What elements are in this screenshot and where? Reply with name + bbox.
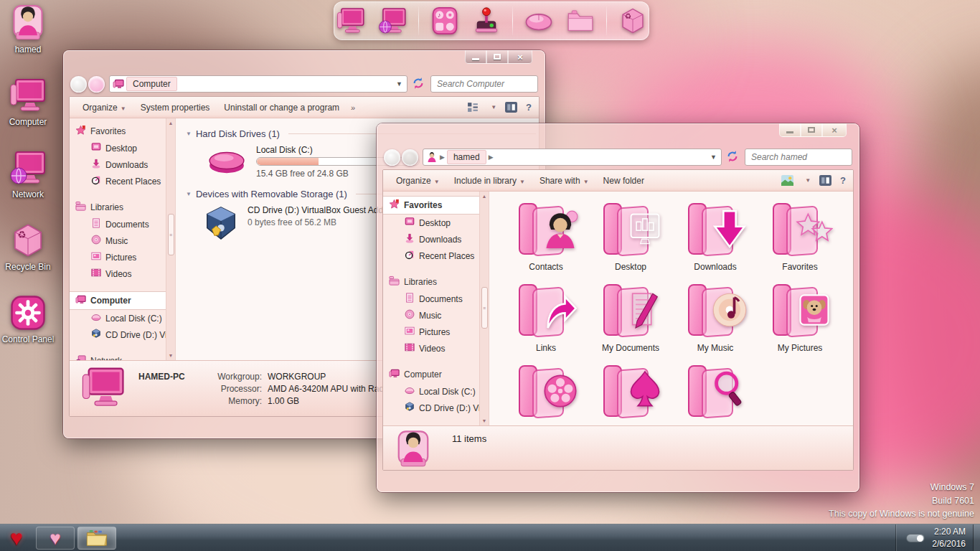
- preview-pane-button[interactable]: [819, 175, 831, 186]
- desktop-icon-network[interactable]: Network: [0, 149, 56, 199]
- folder-item-desktop[interactable]: Desktop: [588, 202, 673, 283]
- sidebar-group-favorites[interactable]: Favorites: [383, 196, 489, 215]
- sidebar-item-local-disk-c-[interactable]: Local Disk (C:): [70, 310, 175, 326]
- toolbar-button-new-folder[interactable]: New folder: [598, 173, 650, 189]
- sidebar-item-recent-places[interactable]: Recent Places: [70, 173, 175, 189]
- sidebar-group-network[interactable]: Network: [70, 352, 175, 360]
- toolbar-overflow-icon[interactable]: »: [348, 103, 358, 112]
- preview-pane-button[interactable]: [505, 102, 517, 113]
- search-input[interactable]: [430, 75, 538, 93]
- back-button[interactable]: [384, 149, 400, 166]
- sidebar-scrollbar[interactable]: ▲ ≡ ▼: [479, 192, 489, 425]
- window-titlebar[interactable]: ×: [382, 123, 854, 145]
- forward-button[interactable]: [402, 149, 418, 166]
- show-desktop-button[interactable]: [973, 524, 980, 551]
- collapse-icon[interactable]: ▼: [186, 131, 192, 137]
- sidebar-item-pictures[interactable]: Pictures: [383, 324, 489, 340]
- sidebar-item-desktop[interactable]: Desktop: [383, 215, 489, 231]
- toolbar-button-organize[interactable]: Organize▼: [390, 173, 446, 189]
- sidebar-group-libraries[interactable]: Libraries: [383, 273, 489, 291]
- start-button[interactable]: ♥: [0, 524, 33, 551]
- toolbar-button-include-in-library[interactable]: Include in library▼: [448, 173, 531, 189]
- taskbar-explorer-button[interactable]: [77, 527, 116, 550]
- folder-item-my-videos[interactable]: My Videos: [504, 364, 588, 425]
- sidebar-item-pictures[interactable]: Pictures: [70, 249, 175, 265]
- scrollbar-thumb[interactable]: ≡: [481, 287, 488, 329]
- dock-mouse-icon[interactable]: [523, 5, 555, 37]
- desktop-icon-computer[interactable]: Computer: [0, 77, 56, 127]
- close-button[interactable]: ×: [508, 50, 532, 64]
- dock-games-icon[interactable]: [471, 5, 502, 37]
- dock-media-apps-icon[interactable]: ♪: [429, 5, 461, 37]
- scrollbar-thumb[interactable]: ≡: [168, 214, 174, 255]
- folder-item-saved-games[interactable]: Saved Games: [588, 364, 673, 425]
- folder-item-contacts[interactable]: Contacts: [504, 202, 588, 283]
- dock-network-icon[interactable]: [377, 5, 408, 37]
- taskbar-heart-button[interactable]: ♥: [36, 527, 75, 550]
- window-titlebar[interactable]: ×: [69, 50, 540, 72]
- maximize-button[interactable]: [486, 50, 508, 64]
- scroll-up-icon[interactable]: ▲: [482, 192, 487, 201]
- folder-item-searches[interactable]: Searches: [673, 364, 758, 425]
- close-button[interactable]: ×: [822, 123, 847, 137]
- forward-button[interactable]: [88, 76, 105, 93]
- change-view-button[interactable]: [781, 175, 793, 186]
- sidebar-item-videos[interactable]: Videos: [70, 265, 175, 282]
- folder-item-downloads[interactable]: Downloads: [673, 202, 758, 283]
- collapse-icon[interactable]: ▼: [186, 191, 192, 197]
- view-dropdown-icon[interactable]: ▼: [491, 104, 496, 110]
- sidebar-group-computer[interactable]: Computer: [70, 291, 175, 310]
- address-field[interactable]: ▶ hamed ▶ ▼: [423, 149, 722, 166]
- search-input[interactable]: [745, 149, 852, 166]
- folder-item-links[interactable]: Links: [504, 283, 588, 364]
- refresh-button[interactable]: [412, 77, 426, 91]
- sidebar-item-music[interactable]: Music: [383, 307, 489, 324]
- scroll-down-icon[interactable]: ▼: [169, 351, 174, 360]
- scroll-up-icon[interactable]: ▲: [169, 118, 174, 128]
- toolbar-button-system-properties[interactable]: System properties: [135, 100, 216, 116]
- restore-button[interactable]: [801, 123, 822, 137]
- folder-item-my-documents[interactable]: My Documents: [588, 283, 673, 364]
- address-dropdown-icon[interactable]: ▼: [396, 80, 404, 88]
- toolbar-button-organize[interactable]: Organize▼: [77, 100, 132, 116]
- view-dropdown-icon[interactable]: ▼: [805, 177, 811, 184]
- scroll-down-icon[interactable]: ▼: [482, 416, 487, 425]
- sidebar-item-cd-drive-d-virtu[interactable]: CD Drive (D:) Virtu: [70, 326, 175, 343]
- breadcrumb-segment[interactable]: Computer: [126, 77, 177, 91]
- toolbar-button-share-with[interactable]: Share with▼: [534, 173, 595, 189]
- sidebar-item-downloads[interactable]: Downloads: [383, 231, 489, 248]
- desktop-icon-hamed[interactable]: hamed: [0, 4, 56, 55]
- sidebar-group-libraries[interactable]: Libraries: [70, 199, 175, 216]
- desktop-icon-control-panel[interactable]: Control Panel: [0, 294, 56, 344]
- desktop-icon-recycle-bin[interactable]: ♻Recycle Bin: [0, 222, 56, 272]
- sidebar-item-recent-places[interactable]: Recent Places: [383, 248, 489, 264]
- refresh-button[interactable]: [726, 150, 740, 164]
- breadcrumb-segment[interactable]: hamed: [447, 150, 486, 164]
- back-button[interactable]: [70, 76, 87, 93]
- dock-computer-icon[interactable]: [335, 5, 367, 37]
- folder-item-my-music[interactable]: My Music: [673, 283, 758, 364]
- address-dropdown-icon[interactable]: ▼: [710, 154, 718, 161]
- minimize-button[interactable]: [779, 123, 801, 137]
- sidebar-item-cd-drive-d-virtu[interactable]: CD Drive (D:) Virtu: [383, 400, 489, 416]
- help-button[interactable]: ?: [526, 102, 532, 113]
- folder-item-favorites[interactable]: Favorites: [758, 202, 842, 283]
- sidebar-item-local-disk-c-[interactable]: Local Disk (C:): [383, 383, 489, 400]
- sidebar-item-desktop[interactable]: Desktop: [70, 140, 175, 156]
- sidebar-item-music[interactable]: Music: [70, 232, 175, 249]
- show-hidden-icons-button[interactable]: [906, 534, 925, 542]
- sidebar-item-documents[interactable]: Documents: [70, 216, 175, 232]
- sidebar-item-videos[interactable]: Videos: [383, 340, 489, 357]
- toolbar-button-uninstall-or-change-a-program[interactable]: Uninstall or change a program: [218, 100, 345, 116]
- dock-pink-folder-icon[interactable]: [565, 5, 596, 37]
- taskbar-clock[interactable]: 2:20 AM 2/6/2016: [930, 526, 973, 549]
- sidebar-item-downloads[interactable]: Downloads: [70, 156, 175, 173]
- dock-recycle-bin-icon[interactable]: ♻: [617, 5, 649, 37]
- sidebar-item-documents[interactable]: Documents: [383, 291, 489, 307]
- folder-item-my-pictures[interactable]: My Pictures: [758, 283, 842, 364]
- sidebar-group-favorites[interactable]: Favorites: [70, 123, 175, 140]
- help-button[interactable]: ?: [840, 175, 846, 186]
- sidebar-group-computer[interactable]: Computer: [383, 366, 489, 383]
- sidebar-scrollbar[interactable]: ▲ ≡ ▼: [166, 118, 175, 360]
- change-view-button[interactable]: [467, 102, 479, 113]
